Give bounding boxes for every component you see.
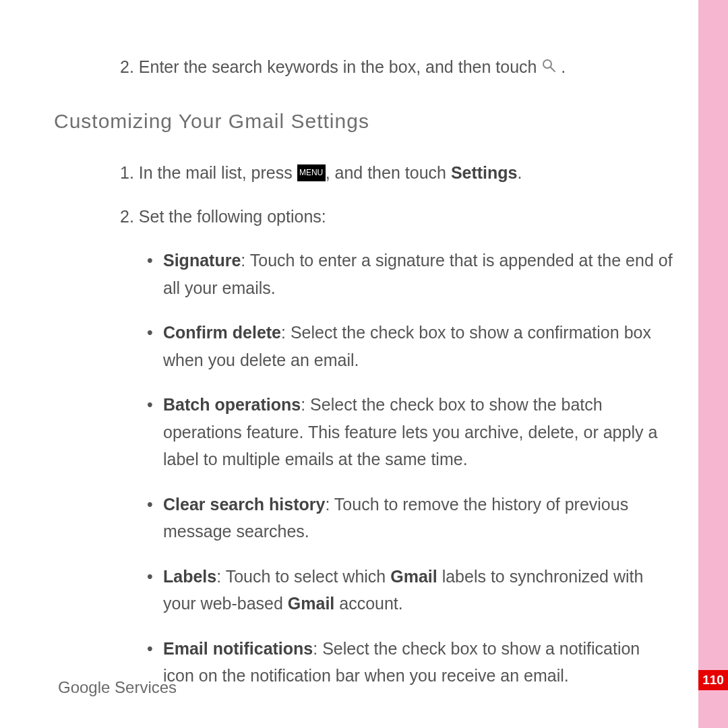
option-label: Labels: [163, 567, 216, 586]
option-label: Batch operations: [163, 395, 301, 414]
svg-line-1: [551, 67, 555, 71]
gmail-ref-2: Gmail: [288, 594, 334, 613]
gmail-ref-1: Gmail: [390, 567, 437, 586]
settings-label: Settings: [451, 163, 518, 182]
intro-step-text-before: Enter the search keywords in the box, an…: [139, 57, 542, 76]
intro-step-num: 2.: [120, 57, 134, 76]
intro-step: 2. Enter the search keywords in the box,…: [120, 54, 674, 82]
search-icon: [541, 54, 556, 80]
labels-p1: : Touch to select which: [216, 567, 390, 586]
intro-step-text-after: .: [561, 57, 566, 76]
labels-p3: account.: [334, 594, 402, 613]
option-confirm-delete: Confirm delete: Select the check box to …: [147, 319, 674, 373]
options-list: Signature: Touch to enter a signature th…: [147, 247, 674, 690]
footer-text: Google Services: [58, 678, 177, 697]
step-1: 1. In the mail list, press MENU, and the…: [120, 160, 674, 186]
option-signature: Signature: Touch to enter a signature th…: [147, 247, 674, 301]
step-1-after: , and then touch: [326, 163, 451, 182]
step-2-num: 2.: [120, 207, 134, 226]
step-1-tail: .: [518, 163, 522, 182]
step-2: 2. Set the following options:: [120, 204, 674, 230]
option-email-notifications: Email notifications: Select the check bo…: [147, 635, 674, 690]
option-label: Clear search history: [163, 495, 325, 514]
option-batch-operations: Batch operations: Select the check box t…: [147, 391, 674, 473]
page-number-badge: 110: [698, 670, 728, 690]
option-label: Email notifications: [163, 639, 313, 658]
step-2-text: Set the following options:: [139, 207, 326, 226]
step-1-num: 1.: [120, 163, 134, 182]
option-labels: Labels: Touch to select which Gmail labe…: [147, 563, 674, 617]
side-strip: [698, 0, 728, 728]
menu-key-icon: MENU: [297, 164, 326, 181]
svg-point-0: [543, 60, 551, 68]
option-label: Confirm delete: [163, 323, 281, 342]
step-1-before: In the mail list, press: [139, 163, 297, 182]
section-heading: Customizing Your Gmail Settings: [54, 110, 674, 133]
option-label: Signature: [163, 251, 241, 270]
option-clear-search-history: Clear search history: Touch to remove th…: [147, 491, 674, 545]
page-content: 2. Enter the search keywords in the box,…: [54, 54, 674, 707]
